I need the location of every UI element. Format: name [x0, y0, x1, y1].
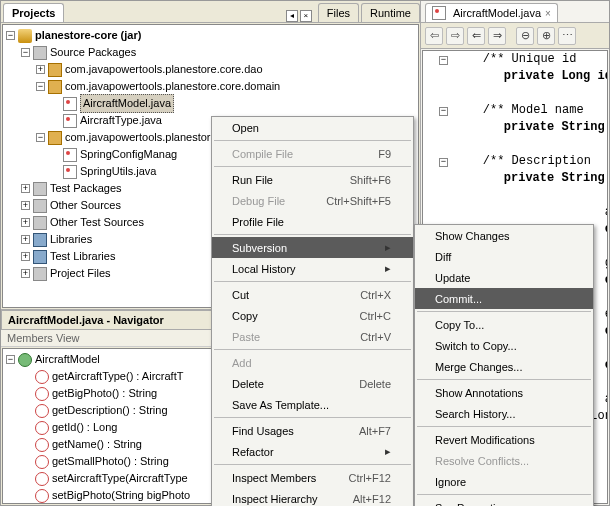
- expander-icon[interactable]: +: [21, 184, 30, 193]
- expander-icon[interactable]: −: [21, 48, 30, 57]
- method-icon: [35, 489, 49, 503]
- editor-tab-aircraftmodel[interactable]: AircraftModel.java ×: [425, 3, 558, 22]
- ctx-svn-show-changes[interactable]: Show Changes: [415, 225, 593, 246]
- ctx-inspect-hierarchy[interactable]: Inspect HierarchyAlt+F12: [212, 488, 413, 506]
- method-icon: [35, 421, 49, 435]
- ctx-svn-ignore[interactable]: Ignore: [415, 471, 593, 492]
- expander-icon[interactable]: −: [36, 133, 45, 142]
- ctx-refactor[interactable]: Refactor: [212, 441, 413, 462]
- expander-icon[interactable]: +: [21, 252, 30, 261]
- ctx-inspect-members[interactable]: Inspect MembersCtrl+F12: [212, 467, 413, 488]
- toolbar-zoom-out[interactable]: ⊖: [516, 27, 534, 45]
- ctx-find-usages[interactable]: Find UsagesAlt+F7: [212, 420, 413, 441]
- nav-method[interactable]: getAircraftType() : AircraftT: [52, 368, 183, 385]
- toolbar-more[interactable]: ⋯: [558, 27, 576, 45]
- ctx-svn-props[interactable]: Svn Properties: [415, 497, 593, 506]
- source-icon: [33, 199, 47, 213]
- tree-item[interactable]: SpringConfigManag: [80, 146, 177, 163]
- ctx-svn-annotations[interactable]: Show Annotations: [415, 382, 593, 403]
- ctx-compile[interactable]: Compile FileF9: [212, 143, 413, 164]
- ctx-svn-copy-to[interactable]: Copy To...: [415, 314, 593, 335]
- project-root[interactable]: planestore-core (jar): [35, 27, 141, 44]
- nav-method[interactable]: getDescription() : String: [52, 402, 168, 419]
- ctx-save-template[interactable]: Save As Template...: [212, 394, 413, 415]
- nav-method[interactable]: getBigPhoto() : String: [52, 385, 157, 402]
- nav-method[interactable]: getId() : Long: [52, 419, 117, 436]
- ctx-svn-commit[interactable]: Commit...: [415, 288, 593, 309]
- nav-method[interactable]: getSmallPhoto() : String: [52, 453, 169, 470]
- method-icon: [35, 387, 49, 401]
- ctx-svn-switch[interactable]: Switch to Copy...: [415, 335, 593, 356]
- toolbar-fwd[interactable]: ⇨: [446, 27, 464, 45]
- java-file-icon: [63, 165, 77, 179]
- java-file-icon: [63, 148, 77, 162]
- tree-item[interactable]: Other Test Sources: [50, 214, 144, 231]
- ctx-svn-update[interactable]: Update: [415, 267, 593, 288]
- method-icon: [35, 472, 49, 486]
- toolbar-prev[interactable]: ⇐: [467, 27, 485, 45]
- context-menu: Open Compile FileF9 Run FileShift+F6 Deb…: [211, 116, 414, 506]
- tree-item[interactable]: Test Packages: [50, 180, 122, 197]
- tree-item[interactable]: AircraftType.java: [80, 112, 162, 129]
- tab-files[interactable]: Files: [318, 3, 359, 22]
- ctx-open[interactable]: Open: [212, 117, 413, 138]
- toolbar-back[interactable]: ⇦: [425, 27, 443, 45]
- ctx-svn-diff[interactable]: Diff: [415, 246, 593, 267]
- tree-item[interactable]: Project Files: [50, 265, 111, 282]
- package-icon: [48, 63, 62, 77]
- ctx-svn-search-history[interactable]: Search History...: [415, 403, 593, 424]
- tab-runtime[interactable]: Runtime: [361, 3, 420, 22]
- nav-method[interactable]: setAircraftType(AircraftType: [52, 470, 188, 487]
- left-tabs: Projects ◂ × Files Runtime: [1, 1, 420, 23]
- ctx-local-history[interactable]: Local History: [212, 258, 413, 279]
- ctx-svn-merge[interactable]: Merge Changes...: [415, 356, 593, 377]
- method-icon: [35, 455, 49, 469]
- close-icon[interactable]: ×: [545, 8, 551, 19]
- tree-item[interactable]: Other Sources: [50, 197, 121, 214]
- ctx-svn-resolve[interactable]: Resolve Conflicts...: [415, 450, 593, 471]
- ctx-subversion[interactable]: Subversion: [212, 237, 413, 258]
- nav-method[interactable]: setBigPhoto(String bigPhoto: [52, 487, 190, 504]
- source-icon: [33, 182, 47, 196]
- tree-item[interactable]: com.javapowertools.planestore.cc: [65, 129, 231, 146]
- toolbar-zoom-in[interactable]: ⊕: [537, 27, 555, 45]
- ctx-add[interactable]: Add: [212, 352, 413, 373]
- package-icon: [48, 80, 62, 94]
- expander-icon[interactable]: −: [6, 355, 15, 364]
- tree-item[interactable]: SpringUtils.java: [80, 163, 156, 180]
- tree-item-selected[interactable]: AircraftModel.java: [80, 94, 174, 113]
- expander-icon[interactable]: +: [21, 201, 30, 210]
- tab-nav-left[interactable]: ◂: [286, 10, 298, 22]
- ctx-cut[interactable]: CutCtrl+X: [212, 284, 413, 305]
- expander-icon[interactable]: +: [36, 65, 45, 74]
- tree-item[interactable]: Test Libraries: [50, 248, 115, 265]
- ctx-paste[interactable]: PasteCtrl+V: [212, 326, 413, 347]
- nav-class[interactable]: AircraftModel: [35, 351, 100, 368]
- tree-item[interactable]: com.javapowertools.planestore.core.dao: [65, 61, 263, 78]
- jar-icon: [18, 29, 32, 43]
- expander-icon[interactable]: +: [21, 235, 30, 244]
- tab-projects[interactable]: Projects: [3, 3, 64, 22]
- toolbar-next[interactable]: ⇒: [488, 27, 506, 45]
- ctx-debug[interactable]: Debug FileCtrl+Shift+F5: [212, 190, 413, 211]
- tab-nav-close[interactable]: ×: [300, 10, 312, 22]
- expander-icon[interactable]: +: [21, 218, 30, 227]
- ctx-copy[interactable]: CopyCtrl+C: [212, 305, 413, 326]
- expander-icon[interactable]: −: [36, 82, 45, 91]
- expander-icon[interactable]: −: [6, 31, 15, 40]
- expander-icon[interactable]: +: [21, 269, 30, 278]
- ctx-profile[interactable]: Profile File: [212, 211, 413, 232]
- tree-item[interactable]: Libraries: [50, 231, 92, 248]
- ctx-delete[interactable]: DeleteDelete: [212, 373, 413, 394]
- method-icon: [35, 370, 49, 384]
- tree-item[interactable]: Source Packages: [50, 44, 136, 61]
- method-icon: [35, 404, 49, 418]
- source-icon: [33, 267, 47, 281]
- ctx-svn-revert[interactable]: Revert Modifications: [415, 429, 593, 450]
- editor-tabs: AircraftModel.java ×: [421, 1, 609, 23]
- ctx-run[interactable]: Run FileShift+F6: [212, 169, 413, 190]
- tree-item[interactable]: com.javapowertools.planestore.core.domai…: [65, 78, 280, 95]
- java-file-icon: [63, 97, 77, 111]
- library-icon: [33, 250, 47, 264]
- nav-method[interactable]: getName() : String: [52, 436, 142, 453]
